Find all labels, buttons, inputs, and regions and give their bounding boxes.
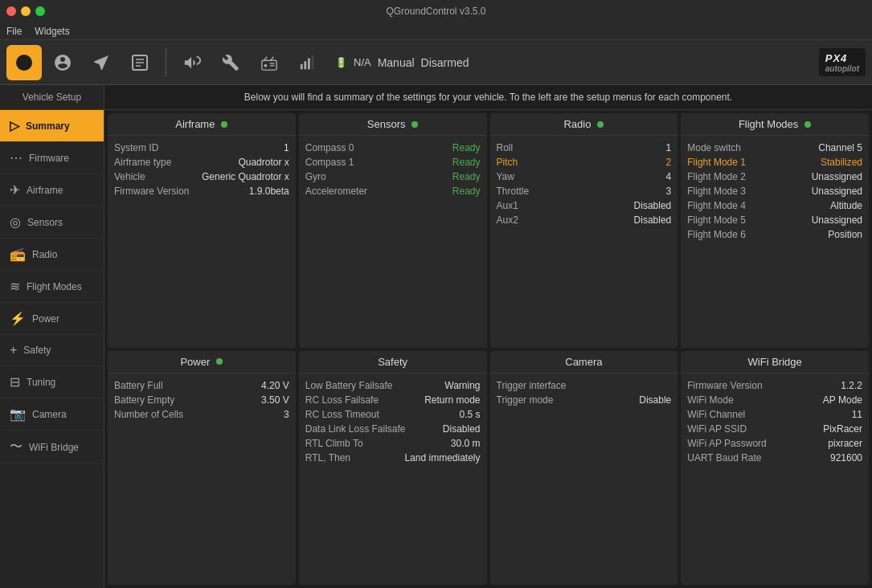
summary-grid: Airframe System ID 1 Airframe type Quadr… xyxy=(104,110,872,588)
key: Firmware Version xyxy=(114,186,189,197)
val: Channel 5 xyxy=(818,142,862,153)
power-status-dot xyxy=(216,358,223,365)
key: WiFi AP SSID xyxy=(687,423,747,435)
key: Battery Empty xyxy=(114,394,174,406)
key: Gyro xyxy=(305,171,326,182)
key: Aux1 xyxy=(497,200,518,211)
sidebar-item-safety[interactable]: + Safety xyxy=(0,335,104,366)
table-row: Number of Cells 3 xyxy=(114,409,289,420)
val: 921600 xyxy=(830,452,862,463)
tools-button[interactable] xyxy=(213,45,248,80)
close-btn[interactable] xyxy=(6,6,16,16)
wifi-icon: 〜 xyxy=(10,439,23,455)
val: Altitude xyxy=(830,200,862,211)
flightmodes-title: Flight Modes xyxy=(739,118,798,130)
sidebar-item-radio[interactable]: 📻 Radio xyxy=(0,239,104,271)
power-card-header: Power xyxy=(108,351,296,374)
sidebar-header: Vehicle Setup xyxy=(0,85,104,110)
table-row: Vehicle Generic Quadrotor x xyxy=(114,171,289,182)
menu-bar: File Widgets xyxy=(0,22,872,40)
table-row: Throttle 3 xyxy=(497,186,672,197)
sidebar-item-camera[interactable]: 📷 Camera xyxy=(0,398,104,431)
megaphone-button[interactable] xyxy=(174,45,210,80)
table-row: Flight Mode 2 Unassigned xyxy=(687,171,862,182)
maximize-btn[interactable] xyxy=(35,6,45,16)
flightmodes-card-header: Flight Modes xyxy=(681,113,869,136)
radio-status-dot xyxy=(597,121,604,128)
radio-card-header: Radio xyxy=(490,113,678,136)
table-row: RTL, Then Land immediately xyxy=(305,452,481,463)
plan-button[interactable] xyxy=(122,45,158,80)
flightmodes-card: Flight Modes Mode switch Channel 5 Fligh… xyxy=(681,113,869,348)
airframe-title: Airframe xyxy=(175,118,215,130)
radio-card: Radio Roll 1 Pitch 2 Yaw 4 xyxy=(490,113,678,348)
sidebar-item-airframe[interactable]: ✈ Airframe xyxy=(0,174,104,206)
val: Stabilized xyxy=(821,157,862,168)
val: Unassigned xyxy=(812,171,862,182)
menu-widgets[interactable]: Widgets xyxy=(35,26,69,37)
main-layout: Vehicle Setup ▷ Summary ⋯ Firmware ✈ Air… xyxy=(0,85,872,588)
table-row: WiFi Channel 11 xyxy=(687,409,862,420)
sidebar-item-tuning[interactable]: ⊟ Tuning xyxy=(0,366,104,398)
sidebar-item-label-power: Power xyxy=(32,313,59,325)
flightmodes-icon: ≋ xyxy=(10,279,20,294)
minimize-btn[interactable] xyxy=(21,6,31,16)
table-row: Compass 1 Ready xyxy=(305,157,481,168)
airframe-icon: ✈ xyxy=(10,182,20,198)
signal-button[interactable] xyxy=(290,45,325,80)
table-row: WiFi AP Password pixracer xyxy=(687,438,862,449)
val: Disabled xyxy=(634,200,672,211)
airframe-card-body: System ID 1 Airframe type Quadrotor x Ve… xyxy=(108,136,296,348)
sidebar-item-sensors[interactable]: ◎ Sensors xyxy=(0,206,104,239)
airframe-card-header: Airframe xyxy=(108,113,296,136)
menu-file[interactable]: File xyxy=(6,26,22,37)
val: Land immediately xyxy=(404,452,480,463)
sidebar-item-flightmodes[interactable]: ≋ Flight Modes xyxy=(0,271,104,303)
key: Vehicle xyxy=(114,171,145,182)
sidebar-item-power[interactable]: ⚡ Power xyxy=(0,303,104,335)
safety-card-body: Low Battery Failsafe Warning RC Loss Fai… xyxy=(299,374,487,586)
val: Return mode xyxy=(424,394,480,406)
key: Flight Mode 3 xyxy=(687,186,746,197)
toolbar-divider xyxy=(166,48,166,77)
val: 0.5 s xyxy=(459,409,480,420)
power-icon: ⚡ xyxy=(10,311,26,326)
val: 3 xyxy=(284,409,289,420)
battery-status: N/A xyxy=(354,56,371,68)
svg-point-6 xyxy=(264,63,268,67)
radio-button[interactable] xyxy=(252,45,287,80)
key: Accelerometer xyxy=(305,186,367,197)
table-row: WiFi AP SSID PixRacer xyxy=(687,423,862,435)
sensors-card-header: Sensors xyxy=(299,113,487,136)
sensors-card-body: Compass 0 Ready Compass 1 Ready Gyro Rea… xyxy=(299,136,487,348)
camera-icon: 📷 xyxy=(10,406,26,422)
val: Disabled xyxy=(443,423,481,435)
key: Flight Mode 5 xyxy=(687,214,746,226)
key: Trigger mode xyxy=(497,394,554,406)
safety-card: Safety Low Battery Failsafe Warning RC L… xyxy=(299,351,487,586)
waypoints-button[interactable] xyxy=(84,45,119,80)
camera-card-body: Trigger interface Trigger mode Disable xyxy=(490,374,678,586)
camera-title: Camera xyxy=(565,356,602,368)
sidebar-item-summary[interactable]: ▷ Summary xyxy=(0,110,104,142)
key: Roll xyxy=(497,142,514,153)
settings-button[interactable] xyxy=(45,45,80,80)
val: Warning xyxy=(444,380,480,391)
table-row: Flight Mode 4 Altitude xyxy=(687,200,862,211)
power-title: Power xyxy=(180,356,210,368)
table-row: Trigger interface xyxy=(497,380,672,391)
table-row: RTL Climb To 30.0 m xyxy=(305,438,481,449)
flight-mode-status: Manual xyxy=(378,56,415,69)
table-row: Pitch 2 xyxy=(497,157,672,168)
sidebar-item-label-camera: Camera xyxy=(32,409,67,420)
table-row: Accelerometer Ready xyxy=(305,186,481,197)
sidebar-item-label-airframe: Airframe xyxy=(27,185,63,196)
sidebar-item-firmware[interactable]: ⋯ Firmware xyxy=(0,142,104,174)
power-card: Power Battery Full 4.20 V Battery Empty … xyxy=(108,351,296,586)
radio-title: Radio xyxy=(563,118,591,130)
sidebar-item-wifibridge[interactable]: 〜 WiFi Bridge xyxy=(0,431,104,464)
val: Disable xyxy=(639,394,671,406)
toolbar-status: 🔋 N/A Manual Disarmed xyxy=(335,56,469,69)
home-button[interactable] xyxy=(6,45,42,80)
key: Compass 1 xyxy=(305,157,354,168)
